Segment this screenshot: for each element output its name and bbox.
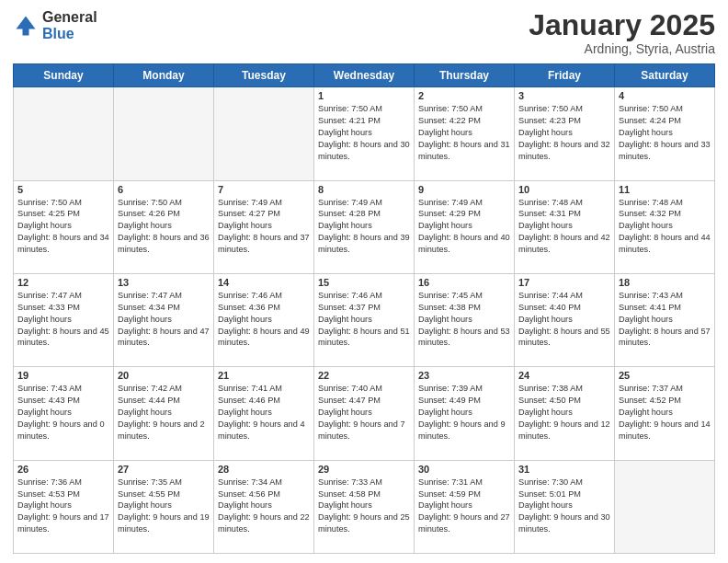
day-number: 25: [619, 370, 711, 381]
day-number: 22: [318, 370, 410, 381]
week-row-5: 26Sunrise: 7:36 AMSunset: 4:53 PMDayligh…: [14, 460, 715, 553]
cell-info: Sunrise: 7:50 AMSunset: 4:22 PMDaylight …: [418, 103, 510, 162]
day-number: 23: [418, 370, 510, 381]
week-row-4: 19Sunrise: 7:43 AMSunset: 4:43 PMDayligh…: [14, 367, 715, 460]
day-number: 17: [518, 277, 610, 288]
calendar-cell: 12Sunrise: 7:47 AMSunset: 4:33 PMDayligh…: [14, 273, 114, 366]
calendar-cell: 5Sunrise: 7:50 AMSunset: 4:25 PMDaylight…: [14, 180, 114, 273]
header: General Blue January 2025 Ardning, Styri…: [13, 9, 715, 56]
day-number: 31: [518, 464, 610, 475]
svg-rect-2: [23, 27, 29, 35]
calendar-cell: [114, 87, 214, 180]
logo-blue-text: Blue: [42, 26, 97, 42]
calendar-cell: 26Sunrise: 7:36 AMSunset: 4:53 PMDayligh…: [14, 460, 114, 553]
cell-info: Sunrise: 7:38 AMSunset: 4:50 PMDaylight …: [518, 383, 610, 442]
calendar-cell: [615, 460, 715, 553]
day-header-friday: Friday: [515, 64, 615, 87]
day-number: 14: [218, 277, 310, 288]
cell-info: Sunrise: 7:48 AMSunset: 4:32 PMDaylight …: [619, 197, 711, 256]
calendar-cell: 4Sunrise: 7:50 AMSunset: 4:24 PMDaylight…: [615, 87, 715, 180]
calendar-cell: 7Sunrise: 7:49 AMSunset: 4:27 PMDaylight…: [214, 180, 314, 273]
calendar-cell: 3Sunrise: 7:50 AMSunset: 4:23 PMDaylight…: [515, 87, 615, 180]
day-number: 28: [218, 464, 310, 475]
day-number: 18: [619, 277, 711, 288]
cell-info: Sunrise: 7:46 AMSunset: 4:36 PMDaylight …: [218, 290, 310, 349]
calendar-cell: 9Sunrise: 7:49 AMSunset: 4:29 PMDaylight…: [415, 180, 515, 273]
day-number: 24: [518, 370, 610, 381]
cell-info: Sunrise: 7:47 AMSunset: 4:33 PMDaylight …: [17, 290, 109, 349]
day-number: 13: [118, 277, 210, 288]
day-number: 27: [118, 464, 210, 475]
calendar-cell: 14Sunrise: 7:46 AMSunset: 4:36 PMDayligh…: [214, 273, 314, 366]
calendar-cell: 30Sunrise: 7:31 AMSunset: 4:59 PMDayligh…: [415, 460, 515, 553]
day-number: 21: [218, 370, 310, 381]
calendar-cell: 1Sunrise: 7:50 AMSunset: 4:21 PMDaylight…: [314, 87, 415, 180]
cell-info: Sunrise: 7:43 AMSunset: 4:41 PMDaylight …: [619, 290, 711, 349]
day-header-monday: Monday: [114, 64, 214, 87]
cell-info: Sunrise: 7:49 AMSunset: 4:29 PMDaylight …: [418, 197, 510, 256]
logo-text: General Blue: [42, 9, 97, 41]
cell-info: Sunrise: 7:46 AMSunset: 4:37 PMDaylight …: [318, 290, 410, 349]
cell-info: Sunrise: 7:41 AMSunset: 4:46 PMDaylight …: [218, 383, 310, 442]
day-number: 26: [17, 464, 109, 475]
calendar-cell: 28Sunrise: 7:34 AMSunset: 4:56 PMDayligh…: [214, 460, 314, 553]
day-number: 12: [17, 277, 109, 288]
logo-general-text: General: [42, 9, 97, 26]
calendar-cell: 17Sunrise: 7:44 AMSunset: 4:40 PMDayligh…: [515, 273, 615, 366]
day-number: 2: [418, 90, 510, 101]
week-row-2: 5Sunrise: 7:50 AMSunset: 4:25 PMDaylight…: [14, 180, 715, 273]
calendar-cell: 29Sunrise: 7:33 AMSunset: 4:58 PMDayligh…: [314, 460, 415, 553]
calendar-cell: 13Sunrise: 7:47 AMSunset: 4:34 PMDayligh…: [114, 273, 214, 366]
cell-info: Sunrise: 7:39 AMSunset: 4:49 PMDaylight …: [418, 383, 510, 442]
cell-info: Sunrise: 7:50 AMSunset: 4:26 PMDaylight …: [118, 197, 210, 256]
day-header-thursday: Thursday: [415, 64, 515, 87]
cell-info: Sunrise: 7:49 AMSunset: 4:27 PMDaylight …: [218, 197, 310, 256]
calendar-cell: 15Sunrise: 7:46 AMSunset: 4:37 PMDayligh…: [314, 273, 415, 366]
day-number: 1: [318, 90, 410, 101]
cell-info: Sunrise: 7:45 AMSunset: 4:38 PMDaylight …: [418, 290, 510, 349]
day-number: 9: [418, 184, 510, 195]
day-number: 30: [418, 464, 510, 475]
logo: General Blue: [13, 9, 97, 41]
day-number: 8: [318, 184, 410, 195]
calendar-cell: 23Sunrise: 7:39 AMSunset: 4:49 PMDayligh…: [415, 367, 515, 460]
day-number: 3: [518, 90, 610, 101]
location: Ardning, Styria, Austria: [529, 41, 715, 56]
cell-info: Sunrise: 7:31 AMSunset: 4:59 PMDaylight …: [418, 477, 510, 535]
cell-info: Sunrise: 7:44 AMSunset: 4:40 PMDaylight …: [518, 290, 610, 349]
title-block: January 2025 Ardning, Styria, Austria: [529, 9, 715, 56]
cell-info: Sunrise: 7:35 AMSunset: 4:55 PMDaylight …: [118, 477, 210, 535]
day-header-wednesday: Wednesday: [314, 64, 415, 87]
day-number: 16: [418, 277, 510, 288]
day-number: 5: [17, 184, 109, 195]
calendar-cell: 2Sunrise: 7:50 AMSunset: 4:22 PMDaylight…: [415, 87, 515, 180]
day-number: 6: [118, 184, 210, 195]
cell-info: Sunrise: 7:50 AMSunset: 4:24 PMDaylight …: [619, 103, 711, 162]
calendar-cell: 31Sunrise: 7:30 AMSunset: 5:01 PMDayligh…: [515, 460, 615, 553]
month-title: January 2025: [529, 9, 715, 41]
week-row-1: 1Sunrise: 7:50 AMSunset: 4:21 PMDaylight…: [14, 87, 715, 180]
cell-info: Sunrise: 7:30 AMSunset: 5:01 PMDaylight …: [518, 477, 610, 535]
day-number: 10: [518, 184, 610, 195]
calendar-cell: [14, 87, 114, 180]
calendar-cell: 27Sunrise: 7:35 AMSunset: 4:55 PMDayligh…: [114, 460, 214, 553]
cell-info: Sunrise: 7:42 AMSunset: 4:44 PMDaylight …: [118, 383, 210, 442]
calendar-table: SundayMondayTuesdayWednesdayThursdayFrid…: [13, 63, 715, 554]
calendar-cell: 16Sunrise: 7:45 AMSunset: 4:38 PMDayligh…: [415, 273, 515, 366]
cell-info: Sunrise: 7:43 AMSunset: 4:43 PMDaylight …: [17, 383, 109, 442]
day-number: 29: [318, 464, 410, 475]
cell-info: Sunrise: 7:34 AMSunset: 4:56 PMDaylight …: [218, 477, 310, 535]
day-number: 15: [318, 277, 410, 288]
day-number: 19: [17, 370, 109, 381]
calendar-cell: 6Sunrise: 7:50 AMSunset: 4:26 PMDaylight…: [114, 180, 214, 273]
calendar-cell: 18Sunrise: 7:43 AMSunset: 4:41 PMDayligh…: [615, 273, 715, 366]
calendar-cell: 10Sunrise: 7:48 AMSunset: 4:31 PMDayligh…: [515, 180, 615, 273]
cell-info: Sunrise: 7:37 AMSunset: 4:52 PMDaylight …: [619, 383, 711, 442]
day-header-row: SundayMondayTuesdayWednesdayThursdayFrid…: [14, 64, 715, 87]
calendar-cell: 25Sunrise: 7:37 AMSunset: 4:52 PMDayligh…: [615, 367, 715, 460]
calendar-cell: 11Sunrise: 7:48 AMSunset: 4:32 PMDayligh…: [615, 180, 715, 273]
calendar-cell: [214, 87, 314, 180]
cell-info: Sunrise: 7:40 AMSunset: 4:47 PMDaylight …: [318, 383, 410, 442]
day-number: 7: [218, 184, 310, 195]
calendar-cell: 19Sunrise: 7:43 AMSunset: 4:43 PMDayligh…: [14, 367, 114, 460]
